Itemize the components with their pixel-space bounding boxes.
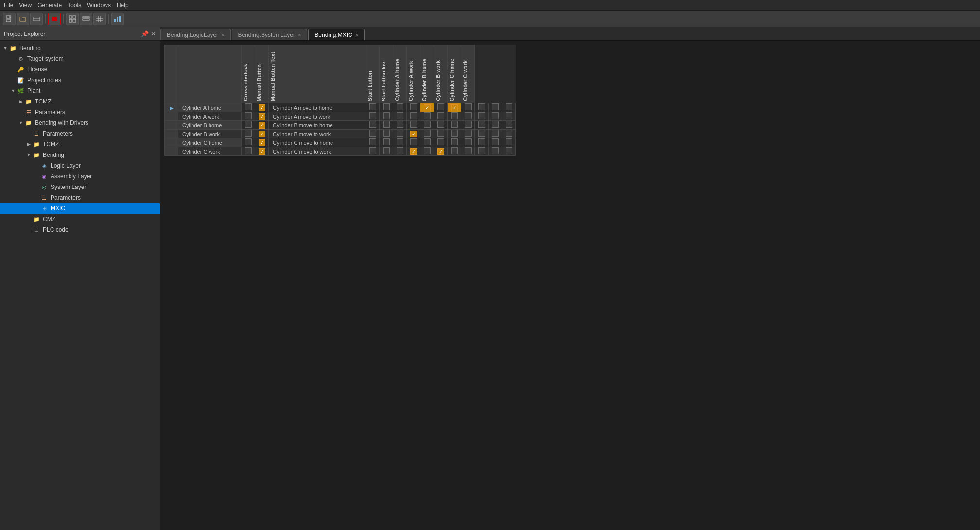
cb-cell-cyl-a-work-col7[interactable]	[461, 112, 475, 121]
sidebar-item-tcmz-2[interactable]: ▶📁TCMZ	[0, 139, 160, 150]
cb-manual-cyl-a-work[interactable]	[255, 112, 269, 121]
sidebar-item-license[interactable]: 🔑License	[0, 64, 160, 75]
checkbox-cyl-a-home-col1[interactable]	[383, 103, 390, 110]
cb-cell-cyl-b-home-col9[interactable]	[489, 121, 502, 130]
cb-cell-cyl-b-home-col1[interactable]	[380, 121, 393, 130]
checkbox-cyl-b-work-col1[interactable]	[383, 130, 390, 137]
cb-cell-cyl-a-work-col6[interactable]	[448, 112, 461, 121]
checkbox-cyl-b-home-col2[interactable]	[397, 121, 403, 128]
checkbox-cyl-c-work-col9[interactable]	[492, 147, 499, 154]
toolbar-chart[interactable]	[111, 13, 124, 25]
checkbox-cyl-a-work-col4[interactable]	[424, 112, 431, 119]
menu-windows[interactable]: Windows	[87, 2, 111, 9]
cb-cell-cyl-a-work-col5[interactable]	[434, 112, 448, 121]
sidebar-item-tcmz[interactable]: ▶📁TCMZ	[0, 96, 160, 107]
cb-cell-cyl-b-work-col10[interactable]	[502, 130, 516, 138]
checkbox-cyl-b-work-col3[interactable]	[410, 131, 417, 137]
checkbox-cyl-c-home-col4[interactable]	[424, 138, 431, 145]
cb-cell-cyl-a-home-col4[interactable]	[420, 103, 434, 112]
cb-cell-cyl-b-work-col7[interactable]	[461, 130, 475, 138]
cb-cell-cyl-c-work-col5[interactable]	[434, 147, 448, 156]
checkbox-cyl-c-home-col2[interactable]	[397, 138, 403, 145]
cb-cell-cyl-b-work-col5[interactable]	[434, 130, 448, 138]
checkbox-cyl-a-work-col10[interactable]	[506, 112, 512, 119]
sidebar-pin-btn[interactable]: 📌	[141, 30, 149, 37]
cb-cell-cyl-c-home-col2[interactable]	[393, 138, 407, 147]
menu-file[interactable]: File	[4, 2, 13, 9]
cb-cell-cyl-a-home-col9[interactable]	[489, 103, 502, 112]
sidebar-item-parameters-1[interactable]: ☰Parameters	[0, 107, 160, 118]
checkbox-crossinterlock-cyl-a-work[interactable]	[245, 112, 252, 119]
cb-cell-cyl-a-work-col0[interactable]	[366, 112, 380, 121]
checkbox-cyl-b-home-col7[interactable]	[465, 121, 472, 128]
checkbox-cyl-a-work-col3[interactable]	[410, 112, 417, 119]
checkbox-cyl-c-work-col5[interactable]	[438, 148, 444, 155]
checkbox-cyl-a-work-col1[interactable]	[383, 112, 390, 119]
cb-cell-cyl-b-home-col10[interactable]	[502, 121, 516, 130]
cb-cell-cyl-c-work-col6[interactable]	[448, 147, 461, 156]
tree-expand-icon[interactable]: ▼	[10, 88, 17, 93]
checkbox-cyl-a-home-col9[interactable]	[492, 103, 499, 110]
checkbox-cyl-c-work-col10[interactable]	[506, 147, 512, 154]
checkbox-manual-cyl-c-work[interactable]	[259, 148, 265, 155]
cb-manual-cyl-a-home[interactable]	[255, 103, 269, 112]
cb-cell-cyl-a-home-col1[interactable]	[380, 103, 393, 112]
cb-cell-cyl-b-home-col3[interactable]	[407, 121, 420, 130]
checkbox-cyl-c-home-col1[interactable]	[383, 138, 390, 145]
cb-cell-cyl-b-work-col3[interactable]	[407, 130, 420, 138]
checkbox-cyl-a-work-col9[interactable]	[492, 112, 499, 119]
checkbox-manual-cyl-a-home[interactable]	[259, 104, 265, 111]
checkbox-cyl-a-work-col6[interactable]	[451, 112, 458, 119]
cb-cell-cyl-c-work-col0[interactable]	[366, 147, 380, 156]
sidebar-item-cmz[interactable]: 📁CMZ	[0, 214, 160, 224]
sidebar-close-btn[interactable]: ✕	[151, 30, 156, 37]
sidebar-item-bending[interactable]: ▼📁Bending	[0, 43, 160, 53]
cb-cell-cyl-c-home-col6[interactable]	[448, 138, 461, 147]
checkbox-cyl-b-work-col7[interactable]	[465, 130, 472, 137]
checkbox-cyl-b-home-col6[interactable]	[451, 121, 458, 128]
menu-generate[interactable]: Generate	[37, 2, 62, 9]
cb-crossinterlock-cyl-c-home[interactable]	[242, 138, 255, 147]
sidebar-item-plc-code[interactable]: ☐PLC code	[0, 224, 160, 235]
cb-cell-cyl-b-work-col9[interactable]	[489, 130, 502, 138]
checkbox-cyl-c-home-col7[interactable]	[465, 138, 472, 145]
checkbox-manual-cyl-c-home[interactable]	[259, 139, 265, 146]
checkbox-crossinterlock-cyl-b-home[interactable]	[245, 121, 252, 128]
checkbox-cyl-b-home-col1[interactable]	[383, 121, 390, 128]
cb-cell-cyl-a-home-col8[interactable]	[475, 103, 489, 112]
checkbox-cyl-a-work-col2[interactable]	[397, 112, 403, 119]
cb-cell-cyl-c-work-col1[interactable]	[380, 147, 393, 156]
cb-cell-cyl-a-work-col1[interactable]	[380, 112, 393, 121]
checkbox-cyl-c-home-col6[interactable]	[451, 138, 458, 145]
sidebar-item-target-system[interactable]: ⚙Target system	[0, 53, 160, 64]
checkbox-cyl-c-home-col8[interactable]	[478, 138, 485, 145]
toolbar-open[interactable]	[17, 13, 29, 25]
cb-cell-cyl-a-work-col8[interactable]	[475, 112, 489, 121]
checkbox-cyl-c-work-col2[interactable]	[397, 147, 403, 154]
cb-cell-cyl-a-work-col4[interactable]	[420, 112, 434, 121]
cb-cell-cyl-b-work-col8[interactable]	[475, 130, 489, 138]
tab-logic-layer-tab[interactable]: Bending.LogicLayer×	[160, 29, 231, 40]
checkbox-manual-cyl-b-home[interactable]	[259, 122, 265, 129]
cb-cell-cyl-c-work-col4[interactable]	[420, 147, 434, 156]
checkbox-cyl-a-home-col0[interactable]	[369, 103, 376, 110]
cb-cell-cyl-c-home-col4[interactable]	[420, 138, 434, 147]
checkbox-cyl-c-work-col0[interactable]	[369, 147, 376, 154]
cb-cell-cyl-a-work-col2[interactable]	[393, 112, 407, 121]
cb-cell-cyl-b-work-col4[interactable]	[420, 130, 434, 138]
tab-mxic-tab[interactable]: Bending.MXIC×	[308, 29, 365, 40]
sidebar-item-parameters-3[interactable]: ☰Parameters	[0, 192, 160, 203]
toolbar-grid3[interactable]	[93, 13, 106, 25]
cb-cell-cyl-c-work-col8[interactable]	[475, 147, 489, 156]
cb-cell-cyl-a-work-col9[interactable]	[489, 112, 502, 121]
checkbox-crossinterlock-cyl-c-home[interactable]	[245, 138, 252, 145]
tab-system-layer-tab[interactable]: Bending.SystemLayer×	[232, 29, 308, 40]
checkbox-cyl-a-home-col3[interactable]	[410, 103, 417, 110]
checkbox-cyl-a-work-col7[interactable]	[465, 112, 472, 119]
menu-view[interactable]: View	[19, 2, 32, 9]
tab-close-system-layer-tab[interactable]: ×	[298, 32, 301, 38]
checkbox-cyl-c-work-col8[interactable]	[478, 147, 485, 154]
cb-cell-cyl-b-work-col6[interactable]	[448, 130, 461, 138]
cb-cell-cyl-c-home-col8[interactable]	[475, 138, 489, 147]
sidebar-item-assembly-layer[interactable]: ◉Assembly Layer	[0, 171, 160, 182]
